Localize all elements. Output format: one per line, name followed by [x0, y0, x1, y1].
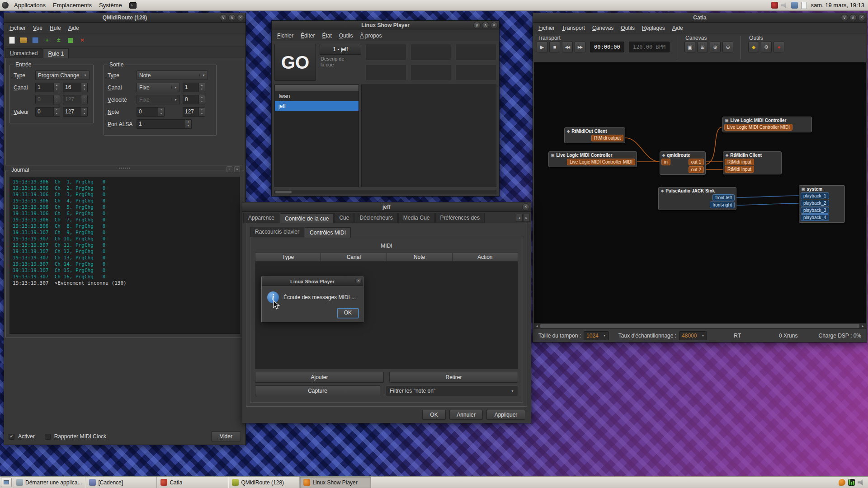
menu[interactable]: Fichier — [6, 23, 29, 33]
clipboard-tray-icon[interactable] — [801, 2, 807, 9]
valeur-min-spinbox[interactable]: 0 ▲▼ — [35, 107, 60, 117]
zoom-out-icon[interactable]: ⊖ — [722, 42, 733, 52]
menu[interactable]: Canevas — [589, 23, 617, 33]
menu[interactable]: À propos — [356, 31, 385, 40]
jack-tray-icon[interactable] — [771, 2, 778, 9]
port-out-2[interactable]: out 2 — [689, 166, 704, 173]
tab-scroll-right-icon[interactable]: ▸ — [523, 214, 530, 222]
port-rtmidi-input-1[interactable]: RtMidi input — [725, 159, 754, 165]
scrollbar-thumb[interactable] — [275, 191, 292, 193]
node-rtmidiin-client[interactable]: ◆ RtMidiIn Client RtMidi input RtMidi in… — [723, 151, 782, 174]
table-header-cell[interactable]: Type — [255, 253, 321, 262]
panel-menu[interactable]: Emplacements — [49, 0, 95, 10]
capture-button[interactable]: Capture — [255, 385, 380, 396]
settings-tab[interactable]: Apparence — [243, 213, 279, 223]
shade-button[interactable]: ∨ — [841, 14, 848, 21]
settings-tab[interactable]: Cue — [334, 213, 354, 223]
cadence-tray-icon[interactable] — [839, 479, 845, 486]
canal-max-spinbox[interactable]: 16 ▲▼ — [63, 83, 88, 92]
sortie-type-combo[interactable]: Note ▼ — [137, 70, 208, 80]
table-header-cell[interactable]: Canal — [321, 253, 387, 262]
save-file-icon[interactable] — [30, 35, 40, 45]
spin-arrows[interactable]: ▲▼ — [158, 108, 164, 116]
menu[interactable]: Aide — [669, 23, 687, 33]
spin-arrows[interactable]: ▲▼ — [198, 108, 205, 116]
settings-tab[interactable]: Déclencheurs — [354, 213, 397, 223]
dialog-titlebar[interactable]: jeff × — [242, 202, 531, 212]
menu[interactable]: Outils — [617, 23, 638, 33]
shade-button[interactable]: ∨ — [473, 22, 481, 29]
samplerate-combo[interactable]: 48000 ▼ — [679, 331, 707, 340]
sortie-canal-spinbox[interactable]: 1 ▲▼ — [183, 83, 205, 92]
spin-arrows[interactable]: ▲▼ — [198, 95, 205, 104]
port-front-left[interactable]: front-left — [712, 194, 735, 201]
menu[interactable]: Réglages — [638, 23, 669, 33]
open-file-icon[interactable] — [19, 35, 28, 45]
volume-tray-icon[interactable] — [781, 2, 788, 9]
port-livelogic-midi[interactable]: Live Logic MIDI Controller MIDI — [567, 159, 635, 165]
taskbar-item-demarrer[interactable]: Démarrer une applica... — [13, 477, 85, 488]
lsp-titlebar[interactable]: Linux Show Player ∨ ∧ × — [272, 21, 499, 30]
close-button[interactable]: × — [237, 14, 244, 21]
close-button[interactable]: × — [522, 203, 529, 211]
empty-cue-slot[interactable] — [455, 44, 496, 61]
play-button[interactable]: ▶ — [537, 42, 547, 52]
rule-tab[interactable]: Unmatched — [5, 48, 42, 58]
menu[interactable]: Rule — [46, 23, 65, 33]
notes-tray-icon[interactable] — [791, 2, 798, 9]
port-rtmidi-input-2[interactable]: RtMidi input — [725, 166, 754, 173]
port-out-1[interactable]: out 1 — [689, 159, 704, 165]
wrench-icon[interactable]: ⚙ — [761, 42, 772, 52]
configure-icon[interactable]: ◆ — [748, 42, 759, 52]
menu[interactable]: Fichier — [535, 23, 558, 33]
maximize-button[interactable]: ∧ — [482, 22, 489, 29]
maximize-button[interactable]: ∧ — [849, 14, 857, 21]
sortie-velocite-spinbox[interactable]: 0 ▲▼ — [183, 95, 205, 104]
port-rtmidi-output[interactable]: RtMidi output — [591, 135, 623, 141]
new-file-icon[interactable] — [7, 35, 17, 45]
port-playback[interactable]: playback_2 — [801, 200, 829, 206]
close-dock-icon[interactable]: × — [234, 166, 240, 172]
messagebox-titlebar[interactable]: Linux Show Player × — [262, 277, 363, 286]
patchbay-canvas[interactable]: ◆ RtMidiOut Client RtMidi output ▣ Live … — [534, 62, 866, 328]
entree-type-combo[interactable]: Program Change ▼ — [35, 70, 90, 80]
close-button[interactable]: × — [858, 14, 865, 21]
spin-arrows[interactable]: ▲▼ — [53, 83, 60, 92]
settings-tab[interactable]: Contrôle de la cue — [280, 213, 334, 223]
panel-menu[interactable]: Applications — [10, 0, 49, 10]
table-header-cell[interactable]: Action — [453, 253, 518, 262]
sortie-canal-mode-combo[interactable]: Fixe ▼ — [137, 83, 180, 92]
settings-subtab[interactable]: Raccourcis-clavier — [250, 227, 304, 237]
canal-min-spinbox[interactable]: 1 ▲▼ — [35, 83, 60, 92]
horizontal-scrollbar[interactable] — [274, 190, 496, 194]
sortie-note-max-spinbox[interactable]: 127 ▲▼ — [183, 107, 205, 117]
scroll-right-icon[interactable]: ▸ — [860, 324, 866, 328]
empty-cue-slot[interactable] — [365, 65, 406, 81]
close-button[interactable]: × — [491, 22, 498, 29]
node-pulseaudio-sink[interactable]: ◆ PulseAudio JACK Sink front-left front-… — [658, 187, 736, 210]
meter-tray-icon[interactable] — [848, 479, 855, 486]
taskbar-item-qmidiroute[interactable]: QMidiRoute (128) — [228, 477, 300, 488]
scroll-left-icon[interactable]: ◂ — [534, 324, 540, 328]
journal-log[interactable]: 19:13:19.306 Ch 1, PrgChg 019:13:19.306 … — [9, 177, 240, 334]
forward-button[interactable]: ▶▶ — [575, 42, 585, 52]
valeur-max-spinbox[interactable]: 127 ▲▼ — [63, 107, 88, 117]
taskbar-item-lsp[interactable]: Linux Show Player — [300, 477, 371, 488]
panel-menu[interactable]: Système — [95, 0, 126, 10]
scrollbar-thumb[interactable] — [540, 324, 859, 328]
menu[interactable]: Éditer — [297, 31, 318, 40]
menu[interactable]: Aide — [65, 23, 83, 33]
menu[interactable]: Outils — [335, 31, 357, 40]
sortie-note-min-spinbox[interactable]: 0 ▲▼ — [137, 107, 165, 117]
shade-button[interactable]: ∨ — [220, 14, 227, 21]
node-rtmidiout-client[interactable]: ◆ RtMidiOut Client RtMidi output — [564, 127, 625, 143]
qmidiroute-titlebar[interactable]: QMidiRoute (128) ∨ ∧ × — [4, 13, 245, 23]
midi-clock-checkbox[interactable] — [45, 434, 51, 440]
taskbar-item-catia[interactable]: Catia — [157, 477, 228, 488]
table-header-cell[interactable]: Note — [387, 253, 453, 262]
arrange-icon[interactable]: ▣ — [684, 42, 695, 52]
tab-scroll-left-icon[interactable]: ◂ — [516, 214, 523, 222]
volume-tray-icon[interactable] — [858, 479, 864, 486]
catia-titlebar[interactable]: Catia ∨ ∧ × — [533, 13, 867, 23]
activer-checkbox[interactable]: ✓ — [9, 434, 14, 440]
